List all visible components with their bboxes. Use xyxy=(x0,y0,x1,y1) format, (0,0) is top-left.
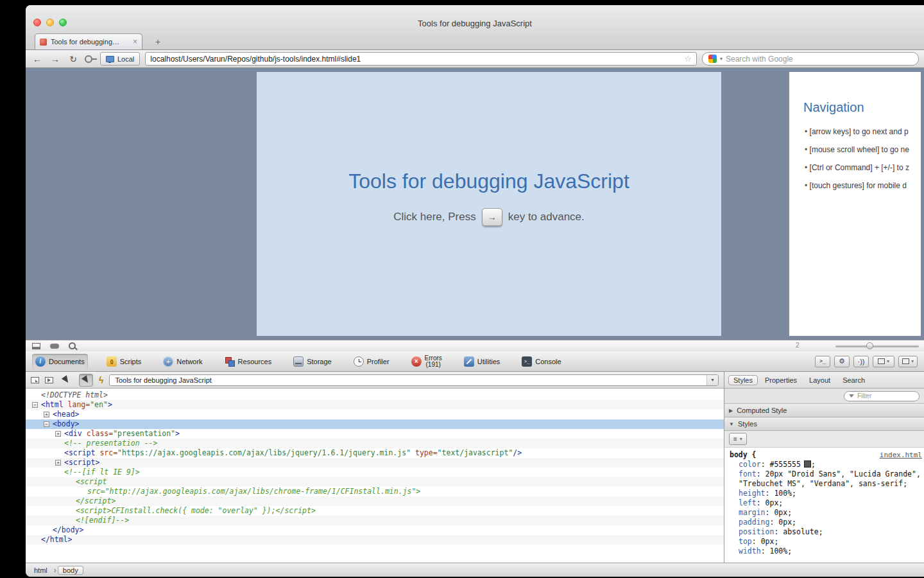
expand-toggle-icon[interactable]: + xyxy=(55,431,61,437)
horizontal-scrollbar-thumb[interactable] xyxy=(866,342,873,349)
tab-close-icon[interactable]: × xyxy=(133,39,137,45)
stylesheet-source-link[interactable]: index.html xyxy=(880,450,922,460)
devtools-tab-errors[interactable]: ×Errors(191) xyxy=(408,354,445,369)
dom-tree-row[interactable]: </body> xyxy=(26,525,724,535)
css-property[interactable]: height: 100%; xyxy=(730,489,924,498)
dom-tree-row[interactable]: src="http://ajax.googleapis.com/ajax/lib… xyxy=(26,487,724,496)
window-mode-button[interactable]: ▾ xyxy=(873,356,894,367)
dom-tree-row[interactable]: −<body> xyxy=(26,419,724,429)
browser-tab[interactable]: Tools for debugging… × xyxy=(35,33,142,49)
lightning-icon[interactable]: ϟ xyxy=(99,376,103,385)
dom-tree-row[interactable]: <script xyxy=(26,477,724,487)
overlay-toggle-icon[interactable] xyxy=(50,344,59,349)
address-bar[interactable]: localhost/Users/Varun/Repos/github/js-to… xyxy=(145,52,697,66)
right-arrow-keycap-icon[interactable]: → xyxy=(482,208,502,226)
magnify-icon[interactable] xyxy=(69,342,76,349)
window-icon xyxy=(878,358,885,364)
dom-tree-row[interactable]: <!DOCTYPE html> xyxy=(26,390,724,400)
back-button[interactable]: ← xyxy=(31,54,44,64)
devtools-tab-resources[interactable]: Resources xyxy=(221,354,275,369)
expand-all-icon[interactable] xyxy=(31,377,39,383)
sidebar-tab-properties[interactable]: Properties xyxy=(760,375,802,385)
computed-style-section-header[interactable]: ▶ Computed Style xyxy=(724,404,924,417)
dom-tree-row[interactable]: <script>CFInstall.check({ mode: "overlay… xyxy=(26,506,724,516)
search-placeholder: Search with Google xyxy=(726,55,793,64)
sidebar-tab-styles[interactable]: Styles xyxy=(728,375,758,385)
document-select-arrow-icon[interactable]: ▼ xyxy=(706,375,718,385)
dom-tree-row[interactable]: <!--[if lt IE 9]> xyxy=(26,468,724,477)
url-text[interactable]: localhost/Users/Varun/Repos/github/js-to… xyxy=(150,55,680,64)
bookmark-star-icon[interactable]: ☆ xyxy=(684,54,692,64)
select-element-button[interactable] xyxy=(59,374,73,387)
css-property[interactable]: width: 100%; xyxy=(730,547,924,556)
expand-toggle-icon[interactable]: + xyxy=(44,412,49,417)
styles-subtoolbar: ≡ ▾ xyxy=(724,431,924,448)
dock-mode-button[interactable]: ▾ xyxy=(898,356,918,367)
css-property[interactable]: font: 20px "Droid Sans", "Lucida Grande"… xyxy=(730,469,924,479)
profiler-icon xyxy=(354,356,364,367)
expand-toggle-icon[interactable]: + xyxy=(55,460,61,466)
next-slide-preview[interactable]: Navigation [arrow keys] to go next and p… xyxy=(789,72,921,336)
console-toggle-button[interactable]: >_ xyxy=(815,356,830,367)
styles-section-header[interactable]: ▼ Styles xyxy=(724,417,924,431)
devtools-tab-profiler[interactable]: Profiler xyxy=(350,354,393,369)
filter-input[interactable]: Filter xyxy=(844,391,920,401)
sidebar-tab-layout[interactable]: Layout xyxy=(804,375,835,385)
sidebar-tab-search[interactable]: Search xyxy=(837,375,870,385)
devtools-toolbar: /Documents{}Scripts+NetworkResourcesStor… xyxy=(26,351,924,372)
rule-view-options-button[interactable]: ≡ ▾ xyxy=(729,433,747,445)
devtools-tab-storage[interactable]: Storage xyxy=(290,354,335,369)
css-property[interactable]: top: 0px; xyxy=(730,537,924,547)
collapse-toggle-icon[interactable]: − xyxy=(44,421,49,427)
dom-tree-row[interactable]: +<head> xyxy=(26,410,724,419)
filter-row: Filter xyxy=(724,389,924,404)
local-bookmark-button[interactable]: Local xyxy=(100,52,140,66)
css-property-list: color: #555555;font: 20px "Droid Sans", … xyxy=(730,460,924,556)
scripts-icon: {} xyxy=(107,356,117,367)
dom-tree-row[interactable]: <!-- presentation --> xyxy=(26,439,724,448)
css-rule-view: body { index.html color: #555555;font: 2… xyxy=(724,448,924,563)
css-property[interactable]: left: 0px; xyxy=(730,498,924,508)
document-select-value: Tools for debugging JavaScript xyxy=(115,376,211,384)
dock-icon xyxy=(902,358,909,364)
devtools-tab-documents[interactable]: /Documents xyxy=(32,354,88,369)
current-slide[interactable]: Tools for debugging JavaScript Click her… xyxy=(257,72,721,336)
color-swatch xyxy=(804,460,811,468)
dom-tree-row[interactable]: </script> xyxy=(26,496,724,506)
dom-tree-row[interactable]: +<div class="presentation"> xyxy=(26,429,724,439)
document-select[interactable]: Tools for debugging JavaScript ▼ xyxy=(109,374,719,386)
breadcrumb-item-body[interactable]: body xyxy=(58,566,83,575)
breadcrumb-item-html[interactable]: html xyxy=(29,566,53,575)
search-input[interactable]: ▾ Search with Google xyxy=(702,52,919,66)
devtools-tab-network[interactable]: +Network xyxy=(160,354,205,369)
export-icon[interactable] xyxy=(45,377,53,383)
css-property-value: 20px "Droid Sans", "Lucida Grande", xyxy=(766,469,921,478)
reload-button[interactable]: ↻ xyxy=(67,54,80,64)
horizontal-scrollbar[interactable] xyxy=(835,346,919,347)
devtools-tab-utilities[interactable]: Utilities xyxy=(461,354,503,369)
css-property[interactable]: padding: 0px; xyxy=(730,518,924,527)
remote-debug-button[interactable]: ·)) xyxy=(853,356,869,367)
devtools-tab-label: Documents xyxy=(49,358,85,365)
dom-tree-row[interactable]: −<html lang="en"> xyxy=(26,400,724,410)
forward-button[interactable]: → xyxy=(49,54,62,64)
dom-tree-row[interactable]: <![endif]--> xyxy=(26,516,724,525)
css-property-name: left xyxy=(739,498,757,507)
new-tab-button[interactable]: + xyxy=(150,37,166,48)
settings-button[interactable]: ⚙ xyxy=(834,356,850,367)
dom-tree-row[interactable]: <script src="https://ajax.googleapis.com… xyxy=(26,448,724,458)
dom-tree-row[interactable]: </html> xyxy=(26,535,724,545)
password-key-icon[interactable] xyxy=(85,55,92,63)
devtools-tab-console[interactable]: >_Console xyxy=(518,354,564,369)
css-property[interactable]: position: absolute; xyxy=(730,527,924,537)
search-engine-dropdown-icon[interactable]: ▾ xyxy=(720,56,723,62)
css-property[interactable]: color: #555555; xyxy=(730,460,924,469)
inspect-element-button[interactable] xyxy=(79,374,93,387)
titlebar[interactable]: Tools for debugging JavaScript Tools for… xyxy=(26,5,924,50)
detach-panel-icon[interactable] xyxy=(32,343,40,349)
css-property[interactable]: margin: 0px; xyxy=(730,508,924,518)
dom-tree-row[interactable]: +<script> xyxy=(26,458,724,468)
css-selector: body { xyxy=(730,450,757,460)
devtools-tab-scripts[interactable]: {}Scripts xyxy=(103,354,145,369)
collapse-toggle-icon[interactable]: − xyxy=(32,402,38,408)
